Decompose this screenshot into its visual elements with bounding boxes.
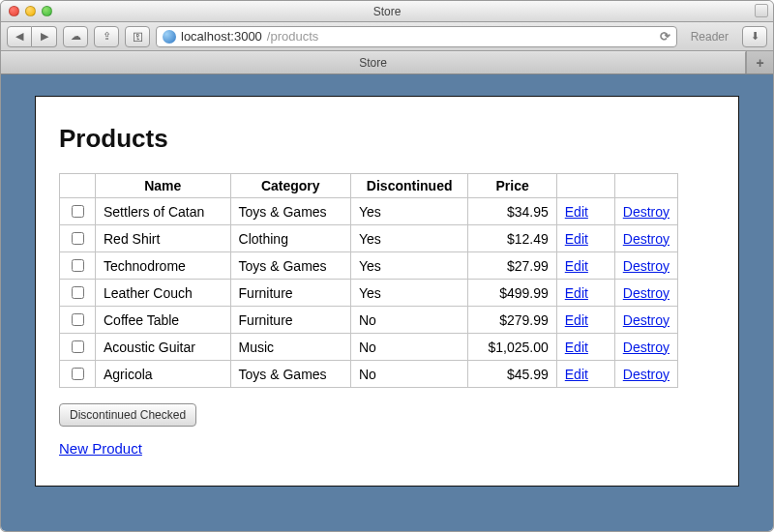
destroy-link[interactable]: Destroy [623,231,670,247]
edit-link[interactable]: Edit [565,340,588,355]
cell-destroy: Destroy [614,225,677,252]
destroy-link[interactable]: Destroy [623,312,670,328]
checkbox-cell [60,361,96,388]
table-row: Settlers of CatanToys & GamesYes$34.95Ed… [60,198,678,225]
cell-name: Leather Couch [96,280,231,307]
cell-destroy: Destroy [614,334,677,361]
url-bar[interactable]: localhost:3000/products ⟳ [156,26,677,47]
cell-name: Agricola [96,361,231,388]
titlebar: Store [1,1,773,22]
products-table: Name Category Discontinued Price Settler… [59,173,678,388]
cell-edit: Edit [556,198,614,225]
row-checkbox[interactable] [72,205,84,218]
chevron-left-icon: ◀ [15,30,23,43]
reader-button[interactable]: Reader [683,30,736,44]
table-row: Leather CouchFurnitureYes$499.99EditDest… [60,280,678,307]
traffic-lights [1,6,52,16]
row-checkbox[interactable] [72,313,84,326]
cell-discontinued: Yes [350,225,468,252]
checkbox-cell [60,252,96,280]
cell-discontinued: No [350,361,468,388]
table-header-row: Name Category Discontinued Price [60,174,678,198]
edit-link[interactable]: Edit [565,367,588,382]
cell-discontinued: Yes [350,198,468,225]
checkbox-cell [60,225,96,252]
tab-store[interactable]: Store [1,51,746,74]
cell-destroy: Destroy [614,280,677,307]
checkbox-cell [60,307,96,334]
window-title: Store [1,5,773,18]
table-footer: Discontinued Checked [59,403,715,427]
cell-edit: Edit [556,307,614,334]
edit-link[interactable]: Edit [565,231,588,247]
new-product-link[interactable]: New Product [59,440,142,457]
row-checkbox[interactable] [72,286,84,299]
destroy-link[interactable]: Destroy [623,258,670,274]
forward-button[interactable]: ▶ [32,26,57,47]
cell-category: Furniture [230,280,350,307]
cell-price: $12.49 [468,225,556,252]
zoom-window-button[interactable] [42,6,52,16]
row-checkbox[interactable] [72,232,84,245]
fullscreen-icon[interactable] [755,4,768,17]
icloud-button[interactable]: ☁ [63,26,88,47]
col-name: Name [96,174,231,198]
cell-name: Technodrome [96,252,231,280]
new-tab-button[interactable]: + [746,51,773,74]
cloud-icon: ☁ [71,30,81,43]
col-discontinued: Discontinued [350,174,468,198]
table-row: AgricolaToys & GamesNo$45.99EditDestroy [60,361,678,388]
edit-link[interactable]: Edit [565,258,588,274]
back-button[interactable]: ◀ [7,26,32,47]
table-row: Coffee TableFurnitureNo$279.99EditDestro… [60,307,678,334]
destroy-link[interactable]: Destroy [623,367,670,382]
cell-price: $499.99 [468,280,556,307]
destroy-link[interactable]: Destroy [623,285,670,301]
table-row: Red ShirtClothingYes$12.49EditDestroy [60,225,678,252]
cell-category: Music [230,334,350,361]
cell-price: $45.99 [468,361,556,388]
cell-category: Toys & Games [230,252,350,280]
table-row: TechnodromeToys & GamesYes$27.99EditDest… [60,252,678,280]
checkbox-cell [60,198,96,225]
download-icon: ⬇ [751,30,759,43]
destroy-link[interactable]: Destroy [623,340,670,355]
row-checkbox[interactable] [72,259,84,272]
cell-discontinued: Yes [350,280,468,307]
browser-toolbar: ◀ ▶ ☁ ⇪ ⚿ localhost:3000/products ⟳ Read… [1,22,773,51]
cell-price: $27.99 [468,252,556,280]
content-card: Products Name Category Discontinued Pric… [35,96,739,487]
cell-edit: Edit [556,280,614,307]
row-checkbox[interactable] [72,368,84,380]
site-favicon-icon [163,30,176,44]
viewport[interactable]: Products Name Category Discontinued Pric… [1,74,773,532]
edit-link[interactable]: Edit [565,204,588,220]
cell-discontinued: No [350,334,468,361]
cell-edit: Edit [556,225,614,252]
reload-icon[interactable]: ⟳ [660,29,670,44]
destroy-link[interactable]: Destroy [623,204,670,220]
tab-title: Store [359,56,387,70]
tab-strip: Store + [1,51,773,74]
downloads-button[interactable]: ⬇ [742,26,767,47]
share-button[interactable]: ⇪ [94,26,119,47]
minimize-window-button[interactable] [25,6,36,16]
share-icon: ⇪ [103,30,111,43]
col-edit [556,174,614,198]
cell-destroy: Destroy [614,252,677,280]
key-icon: ⚿ [133,31,143,43]
cell-category: Clothing [230,225,350,252]
cell-price: $34.95 [468,198,556,225]
col-category: Category [230,174,350,198]
edit-link[interactable]: Edit [565,285,588,301]
cell-destroy: Destroy [614,307,677,334]
cell-name: Settlers of Catan [96,198,231,225]
edit-link[interactable]: Edit [565,312,588,328]
close-window-button[interactable] [9,6,19,16]
keychain-button[interactable]: ⚿ [125,26,150,47]
cell-name: Coffee Table [96,307,231,334]
checkbox-cell [60,334,96,361]
page-background: Products Name Category Discontinued Pric… [1,74,773,532]
discontinue-checked-button[interactable]: Discontinued Checked [59,403,196,427]
row-checkbox[interactable] [72,340,84,353]
